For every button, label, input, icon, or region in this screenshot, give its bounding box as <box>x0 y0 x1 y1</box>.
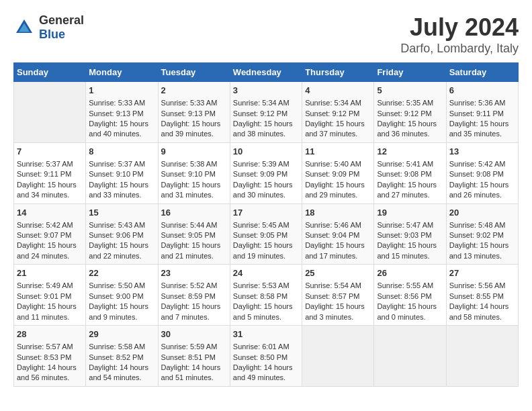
day-info: Sunrise: 5:55 AM <box>377 281 443 291</box>
day-info: Daylight: 15 hours <box>161 240 227 250</box>
calendar-cell: 19Sunrise: 5:47 AMSunset: 9:03 PMDayligh… <box>374 203 446 265</box>
day-info: Sunset: 8:50 PM <box>233 353 299 363</box>
day-info: Daylight: 15 hours <box>305 302 371 312</box>
day-info: and 19 minutes. <box>233 251 299 261</box>
calendar-cell: 3Sunrise: 5:34 AMSunset: 9:12 PMDaylight… <box>230 82 302 143</box>
day-info: Sunset: 9:10 PM <box>89 169 154 179</box>
day-info: Daylight: 15 hours <box>305 240 371 250</box>
calendar-table: SundayMondayTuesdayWednesdayThursdayFrid… <box>13 62 519 387</box>
day-number: 26 <box>377 267 443 279</box>
day-info: and 7 minutes. <box>161 312 227 322</box>
day-info: Sunset: 9:10 PM <box>161 169 227 179</box>
day-info: and 38 minutes. <box>233 129 299 139</box>
calendar-cell: 29Sunrise: 5:58 AMSunset: 8:52 PMDayligh… <box>86 326 158 387</box>
day-number: 17 <box>233 207 299 219</box>
day-info: Daylight: 15 hours <box>89 302 154 312</box>
day-info: Sunset: 9:02 PM <box>449 230 515 240</box>
day-info: Sunrise: 5:58 AM <box>89 342 154 352</box>
day-info: Daylight: 15 hours <box>449 180 515 190</box>
day-info: and 21 minutes. <box>161 251 227 261</box>
calendar-cell: 17Sunrise: 5:45 AMSunset: 9:05 PMDayligh… <box>230 203 302 265</box>
days-of-week-row: SundayMondayTuesdayWednesdayThursdayFrid… <box>14 63 519 82</box>
calendar-cell: 21Sunrise: 5:49 AMSunset: 9:01 PMDayligh… <box>14 265 86 326</box>
calendar-cell: 10Sunrise: 5:39 AMSunset: 9:09 PMDayligh… <box>230 142 302 203</box>
day-info: Sunset: 8:53 PM <box>17 353 83 363</box>
day-info: Daylight: 15 hours <box>377 302 443 312</box>
day-number: 23 <box>161 267 227 279</box>
calendar-cell: 6Sunrise: 5:36 AMSunset: 9:11 PMDaylight… <box>446 82 518 143</box>
day-number: 5 <box>377 85 443 97</box>
day-info: and 5 minutes. <box>233 312 299 322</box>
day-info: Sunset: 9:07 PM <box>17 230 83 240</box>
day-info: Sunset: 8:58 PM <box>233 291 299 302</box>
day-number: 15 <box>89 207 154 219</box>
day-info: Daylight: 15 hours <box>17 240 83 250</box>
day-info: Sunrise: 5:34 AM <box>305 98 371 108</box>
day-info: and 40 minutes. <box>89 129 154 139</box>
day-info: Daylight: 14 hours <box>89 363 154 373</box>
day-number: 3 <box>233 85 299 97</box>
day-info: Sunrise: 5:59 AM <box>161 342 227 352</box>
calendar-cell: 2Sunrise: 5:33 AMSunset: 9:13 PMDaylight… <box>158 82 230 143</box>
day-info: and 30 minutes. <box>233 190 299 200</box>
day-info: Daylight: 15 hours <box>305 180 371 190</box>
day-info: Sunset: 9:09 PM <box>233 169 299 179</box>
day-info: Daylight: 14 hours <box>161 363 227 373</box>
calendar-header: SundayMondayTuesdayWednesdayThursdayFrid… <box>14 63 519 82</box>
day-info: and 17 minutes. <box>305 251 371 261</box>
day-info: Daylight: 15 hours <box>233 119 299 129</box>
calendar-cell: 7Sunrise: 5:37 AMSunset: 9:11 PMDaylight… <box>14 142 86 203</box>
day-info: Sunrise: 5:42 AM <box>17 220 83 230</box>
day-info: Sunrise: 5:57 AM <box>17 342 83 352</box>
calendar-cell: 26Sunrise: 5:55 AMSunset: 8:56 PMDayligh… <box>374 265 446 326</box>
day-info: Daylight: 15 hours <box>161 180 227 190</box>
day-info: Sunrise: 5:36 AM <box>449 98 515 108</box>
calendar-cell: 4Sunrise: 5:34 AMSunset: 9:12 PMDaylight… <box>302 82 374 143</box>
calendar-title: July 2024 <box>400 13 519 42</box>
calendar-week-row: 28Sunrise: 5:57 AMSunset: 8:53 PMDayligh… <box>14 326 519 387</box>
day-info: and 26 minutes. <box>449 190 515 200</box>
day-info: Sunrise: 5:47 AM <box>377 220 443 230</box>
calendar-week-row: 1Sunrise: 5:33 AMSunset: 9:13 PMDaylight… <box>14 82 519 143</box>
logo-blue: Blue <box>39 28 84 42</box>
day-number: 30 <box>161 328 227 340</box>
day-info: Daylight: 14 hours <box>449 302 515 312</box>
day-info: Daylight: 14 hours <box>233 363 299 373</box>
day-number: 7 <box>17 146 83 158</box>
day-info: Daylight: 15 hours <box>233 240 299 250</box>
day-info: Sunset: 8:59 PM <box>161 291 227 302</box>
day-info: and 36 minutes. <box>377 129 443 139</box>
day-info: Sunset: 9:13 PM <box>161 109 227 119</box>
day-info: Sunrise: 5:39 AM <box>233 159 299 169</box>
day-info: Daylight: 15 hours <box>161 302 227 312</box>
day-info: Sunrise: 5:41 AM <box>377 159 443 169</box>
day-info: Daylight: 14 hours <box>17 363 83 373</box>
day-number: 28 <box>17 328 83 340</box>
day-info: and 58 minutes. <box>449 312 515 322</box>
day-info: Daylight: 15 hours <box>89 180 154 190</box>
day-info: Sunset: 9:00 PM <box>89 291 154 302</box>
day-number: 6 <box>449 85 515 97</box>
calendar-cell <box>374 326 446 387</box>
day-info: and 35 minutes. <box>449 129 515 139</box>
logo-icon <box>13 17 35 38</box>
day-number: 31 <box>233 328 299 340</box>
day-info: and 24 minutes. <box>17 251 83 261</box>
calendar-week-row: 21Sunrise: 5:49 AMSunset: 9:01 PMDayligh… <box>14 265 519 326</box>
calendar-cell <box>446 326 518 387</box>
day-info: and 0 minutes. <box>377 312 443 322</box>
page-header: General Blue July 2024 Darfo, Lombardy, … <box>13 13 519 56</box>
day-info: and 3 minutes. <box>305 312 371 322</box>
day-info: Sunrise: 5:56 AM <box>449 281 515 291</box>
day-number: 20 <box>449 207 515 219</box>
day-info: Sunrise: 5:48 AM <box>449 220 515 230</box>
day-info: Sunrise: 5:42 AM <box>449 159 515 169</box>
day-info: Sunrise: 5:44 AM <box>161 220 227 230</box>
day-info: Sunset: 8:55 PM <box>449 291 515 302</box>
day-info: Sunset: 9:12 PM <box>305 109 371 119</box>
day-info: Sunrise: 5:49 AM <box>17 281 83 291</box>
day-number: 16 <box>161 207 227 219</box>
calendar-subtitle: Darfo, Lombardy, Italy <box>400 42 519 56</box>
day-info: and 31 minutes. <box>161 190 227 200</box>
day-info: Sunrise: 5:46 AM <box>305 220 371 230</box>
